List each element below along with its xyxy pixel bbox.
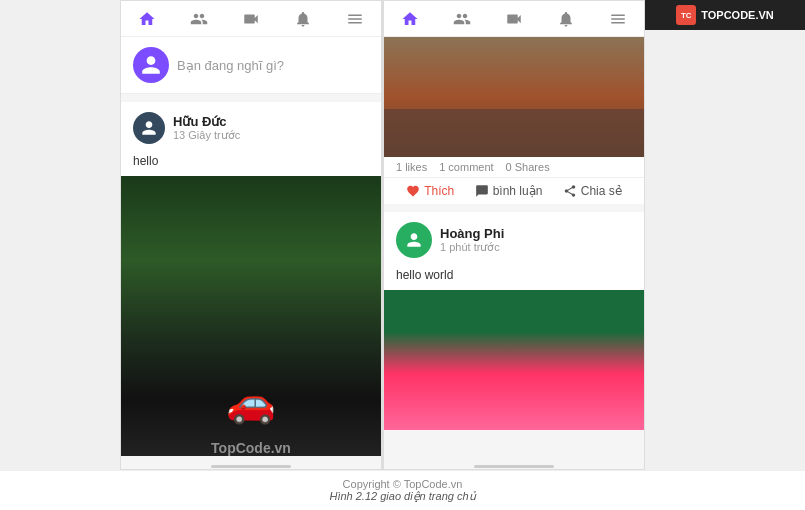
post-placeholder[interactable]: Bạn đang nghĩ gì?: [177, 58, 284, 73]
like-button[interactable]: Thích: [406, 184, 454, 198]
user-avatar: [133, 47, 169, 83]
caption-text: Hình 2.12 giao diện trang chủ: [329, 490, 475, 503]
share-label: Chia sẻ: [581, 184, 622, 198]
comment-label: bình luận: [493, 184, 543, 198]
right-post-card-1: 1 likes 1 comment 0 Shares Thích bình lu…: [384, 37, 644, 204]
scroll-bar-right: [384, 463, 644, 469]
like-label: Thích: [424, 184, 454, 198]
right-post-time: 1 phút trước: [440, 241, 504, 254]
share-button[interactable]: Chia sẻ: [563, 184, 622, 198]
right-nav-video[interactable]: [503, 8, 525, 30]
logo-icon: TC: [676, 5, 696, 25]
scroll-bar-left: [121, 463, 381, 469]
left-nav-menu[interactable]: [344, 8, 366, 30]
right-post-header: Hoàng Phi 1 phút trước: [384, 212, 644, 264]
right-phone-screen: 1 likes 1 comment 0 Shares Thích bình lu…: [383, 0, 645, 470]
left-feed: Bạn đang nghĩ gì? Hữu Đức 13 Giây trước …: [121, 37, 381, 463]
right-nav-menu[interactable]: [607, 8, 629, 30]
right-nav-bell[interactable]: [555, 8, 577, 30]
logo-icon-text: TC: [681, 11, 692, 20]
post-image-flower: [384, 290, 644, 430]
post-header: Hữu Đức 13 Giây trước: [121, 102, 381, 150]
post-text: hello: [121, 150, 381, 176]
post-image-forest: TopCode.vn: [121, 176, 381, 456]
right-post-user-info: Hoàng Phi 1 phút trước: [440, 226, 504, 254]
reaction-bar: Thích bình luận Chia sẻ: [384, 177, 644, 204]
right-nav-home[interactable]: [399, 8, 421, 30]
right-feed: 1 likes 1 comment 0 Shares Thích bình lu…: [384, 37, 644, 463]
left-nav-friends[interactable]: [188, 8, 210, 30]
right-post-card-2: Hoàng Phi 1 phút trước hello world: [384, 212, 644, 430]
left-nav-bar: [121, 1, 381, 37]
right-post-text: hello world: [384, 264, 644, 290]
scroll-thumb-right: [474, 465, 554, 468]
image-watermark: TopCode.vn: [211, 440, 291, 456]
post-input-box: Bạn đang nghĩ gì?: [121, 37, 381, 94]
scroll-thumb-left: [211, 465, 291, 468]
left-phone-screen: Bạn đang nghĩ gì? Hữu Đức 13 Giây trước …: [120, 0, 382, 470]
right-post-user-name: Hoàng Phi: [440, 226, 504, 241]
reaction-counts: 1 likes 1 comment 0 Shares: [384, 157, 644, 177]
comment-button[interactable]: bình luận: [475, 184, 543, 198]
left-post-card: Hữu Đức 13 Giây trước hello TopCode.vn: [121, 102, 381, 456]
comments-count: 1 comment: [439, 161, 493, 173]
phones-container: Bạn đang nghĩ gì? Hữu Đức 13 Giây trước …: [120, 0, 645, 470]
right-nav-bar: [384, 1, 644, 37]
bottom-bar: Copyright © TopCode.vn Hình 2.12 giao di…: [0, 470, 805, 510]
post-user-name: Hữu Đức: [173, 114, 240, 129]
shares-count: 0 Shares: [506, 161, 550, 173]
left-nav-video[interactable]: [240, 8, 262, 30]
right-nav-friends[interactable]: [451, 8, 473, 30]
logo-text: TOPCODE.VN: [701, 9, 774, 21]
post-user-info: Hữu Đức 13 Giây trước: [173, 114, 240, 142]
left-nav-home[interactable]: [136, 8, 158, 30]
right-post-avatar: [396, 222, 432, 258]
post-time: 13 Giây trước: [173, 129, 240, 142]
post-image-street: [384, 37, 644, 157]
post-avatar: [133, 112, 165, 144]
left-nav-bell[interactable]: [292, 8, 314, 30]
likes-count: 1 likes: [396, 161, 427, 173]
logo-bar: TC TOPCODE.VN: [645, 0, 805, 30]
copyright-text: Copyright © TopCode.vn: [343, 478, 463, 490]
